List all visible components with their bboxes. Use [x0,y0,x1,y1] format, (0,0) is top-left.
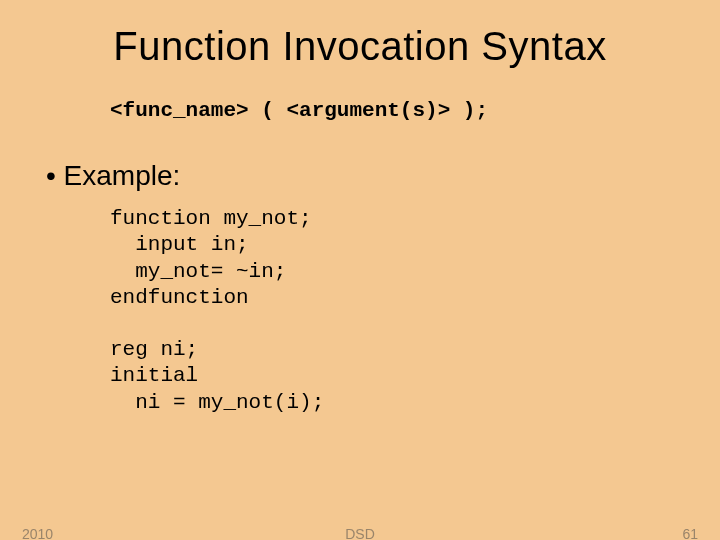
code-block-usage: reg ni; initial ni = my_not(i); [110,337,680,416]
syntax-grammar: <func_name> ( <argument(s)> ); [110,99,680,122]
code-block-function: function my_not; input in; my_not= ~in; … [110,206,680,311]
footer-center: DSD [0,526,720,540]
slide-title: Function Invocation Syntax [40,24,680,69]
slide: Function Invocation Syntax <func_name> (… [0,0,720,540]
example-bullet: Example: [46,160,680,192]
footer-page-number: 61 [682,526,698,540]
